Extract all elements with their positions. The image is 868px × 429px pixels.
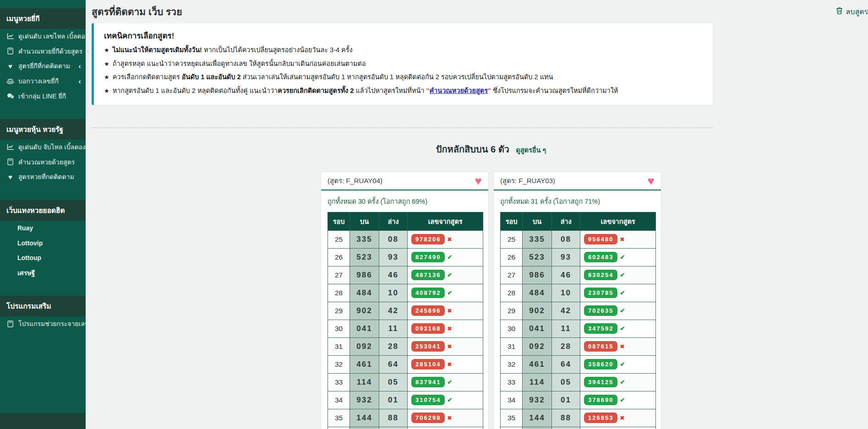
heart-icon: ♥ <box>6 63 14 70</box>
bottom-number-cell: 46 <box>379 266 408 284</box>
x-icon: ✖ <box>447 343 452 350</box>
bottom-number-cell: 28 <box>379 337 408 355</box>
table-row: 3493201310754✔ <box>328 391 483 409</box>
table-row: 3514488126853✖ <box>501 409 656 427</box>
calc-formula-link[interactable]: คำนวณหวยด้วยสูตร <box>429 87 488 94</box>
formula-number-badge: 358620 <box>584 359 617 369</box>
table-header-row: รอบบนล่างเลขจากสูตร <box>328 212 483 230</box>
sidebar-item-setthee[interactable]: เศรษฐี <box>0 266 86 281</box>
round-cell: 30 <box>501 320 523 337</box>
check-icon: ✔ <box>620 254 625 261</box>
table-row: 3004111093168✖ <box>328 320 483 337</box>
round-cell: 25 <box>501 230 523 248</box>
top-number-cell: 335 <box>523 230 552 248</box>
sidebar-item-yeekee-dominant[interactable]: ดูเด่นดับ เลขไหล เบิ้ลตอง‹ <box>0 29 86 44</box>
tip-text: หากสูตรอันดับ 1 และอันดับ 2 หลุดติดต่อกั… <box>113 87 278 94</box>
sidebar-section-header: เมนูหวยหุ้น หวยรัฐ <box>0 119 86 140</box>
top-number-cell: 986 <box>350 266 379 284</box>
sidebar-item-label: Lottovip <box>17 239 43 247</box>
table-row: 2533508978206✖ <box>328 230 483 248</box>
page-title: สูตรที่ติดตาม เว็บ รวย <box>92 4 182 19</box>
other-formulas-link[interactable]: ดูสูตรอื่น ๆ <box>516 147 546 154</box>
formula-name: (สูตร: F_RUAY03) <box>500 175 555 186</box>
calculator-icon <box>6 48 14 54</box>
x-icon: ✖ <box>620 236 624 243</box>
round-cell: 31 <box>328 337 350 355</box>
check-icon: ✔ <box>447 272 452 278</box>
round-cell: 29 <box>501 302 523 320</box>
check-icon: ✔ <box>447 289 452 296</box>
top-number-cell: 114 <box>350 373 379 391</box>
column-header: รอบ <box>328 212 350 230</box>
formula-number-badge: 487136 <box>411 270 445 280</box>
results-table: รอบบนล่างเลขจากสูตร2533508978206✖2652393… <box>328 212 483 429</box>
formula-number-badge: 978206 <box>411 234 445 244</box>
round-cell: 35 <box>328 409 350 427</box>
bottom-number-cell: 06 <box>552 427 580 429</box>
sidebar-item-number-spread-tool[interactable]: โปรแกรมช่วยกระจายเลข <box>0 316 86 331</box>
table-row: 3246164285104✖ <box>328 355 483 373</box>
bottom-number-cell: 42 <box>552 302 580 320</box>
table-row: 3608806891240✔ <box>328 427 483 429</box>
sidebar-item-yeekee-line-group[interactable]: เข้ากลุ่ม LINE ยี่กี <box>0 88 86 103</box>
sidebar-item-yeekee-followed[interactable]: ♥สูตรยี่กีที่กดติดตาม‹ <box>0 59 86 74</box>
tip-text: แล้วไปหาสูตรใหม่ที่หน้า <box>354 87 426 94</box>
check-icon: ✔ <box>447 396 452 403</box>
sidebar-item-stock-calc[interactable]: คำนวณหวยด้วยสูตร <box>0 155 86 170</box>
round-cell: 36 <box>328 427 350 429</box>
delete-all-button[interactable]: ลบสูตรทั้งหมด <box>836 6 868 17</box>
sidebar-item-label: สูตรหวยที่กดติดตาม <box>18 172 74 182</box>
sidebar-item-label: ดูเด่นดับ จับไหล เบิ้ลตอง <box>18 142 86 152</box>
x-icon: ✖ <box>447 236 452 243</box>
formula-number-cell: 093168✖ <box>408 320 483 337</box>
formula-number-badge: 408792 <box>411 288 445 298</box>
sidebar-item-label: บอกวางเลขยี่กี <box>18 76 59 86</box>
tip-text: ถ้าสูตรหลุด แนะนำว่าควรหยุดเล่นเพื่อดูทา… <box>113 60 366 67</box>
formula-number-cell: 608351✔ <box>580 427 656 429</box>
table-row: 2652393827490✔ <box>328 248 483 266</box>
formula-number-cell: 378690✔ <box>580 391 656 409</box>
top-number-cell: 092 <box>350 337 379 355</box>
table-row: 2798646830254✔ <box>501 266 656 284</box>
heart-icon[interactable]: ♥ <box>648 176 655 185</box>
top-number-cell: 902 <box>350 302 379 320</box>
tip-text: " <box>488 87 491 94</box>
sidebar-item-lottovip[interactable]: Lottovip <box>0 235 86 250</box>
chart-line-icon <box>6 144 14 150</box>
tip-bullet: ★ไม่แนะนำให้ตามสูตรเดิมทั้งวัน! หากเป็นไ… <box>104 43 703 57</box>
formula-number-cell: 347592✔ <box>580 320 656 337</box>
formula-number-badge: 830254 <box>584 270 617 280</box>
formula-number-badge: 087615 <box>584 341 617 352</box>
sidebar-item-yeekee-bot[interactable]: บอกวางเลขยี่กี‹ <box>0 74 86 89</box>
formula-stats: ถูกทั้งหมด 30 ครั้ง (โอกาสถูก 69%) <box>321 190 488 211</box>
sidebar-item-lottoup[interactable]: Lottoup <box>0 250 86 266</box>
sidebar-item-ruay[interactable]: Ruay <box>0 221 86 236</box>
top-number-cell: 088 <box>523 427 552 429</box>
formula-number-badge: 285104 <box>411 359 445 369</box>
round-cell: 26 <box>328 248 350 266</box>
sidebar-item-yeekee-calc[interactable]: คำนวณหวยยี่กีด้วยสูตร‹ <box>0 44 86 59</box>
round-cell: 32 <box>501 355 523 373</box>
sidebar-item-label: สูตรยี่กีที่กดติดตาม <box>18 61 70 71</box>
tip-bullet: ★ถ้าสูตรหลุด แนะนำว่าควรหยุดเล่นเพื่อดูท… <box>104 57 703 71</box>
heart-icon[interactable]: ♥ <box>475 176 482 185</box>
formula-number-cell: 837941✔ <box>408 373 483 391</box>
top-number-cell: 484 <box>523 284 552 302</box>
round-cell: 35 <box>501 409 523 427</box>
formula-number-cell: 394125✔ <box>580 373 656 391</box>
formula-number-badge: 093168 <box>411 323 445 334</box>
sidebar-item-stock-followed[interactable]: ♥สูตรหวยที่กดติดตาม <box>0 169 86 185</box>
formula-cards-row: (สูตร: F_RUAY04)♥ถูกทั้งหมด 30 ครั้ง (โอ… <box>86 172 868 429</box>
formula-name: (สูตร: F_RUAY04) <box>328 175 382 186</box>
table-row: 2533508956480✖ <box>501 230 656 248</box>
table-row: 2990242702635✔ <box>501 302 656 320</box>
top-number-cell: 932 <box>350 391 379 409</box>
sidebar-section-header: เมนูหวยยี่กี <box>0 8 86 29</box>
x-icon: ✖ <box>447 361 452 368</box>
column-header: เลขจากสูตร <box>408 212 483 230</box>
bottom-number-cell: 42 <box>379 302 408 320</box>
bottom-number-cell: 05 <box>379 373 408 391</box>
sidebar-item-stock-dominant[interactable]: ดูเด่นดับ จับไหล เบิ้ลตอง <box>0 140 86 155</box>
table-row: 2990242245896✖ <box>328 302 483 320</box>
section-title: ปักหลักสิบบน 6 ตัว <box>436 144 509 154</box>
